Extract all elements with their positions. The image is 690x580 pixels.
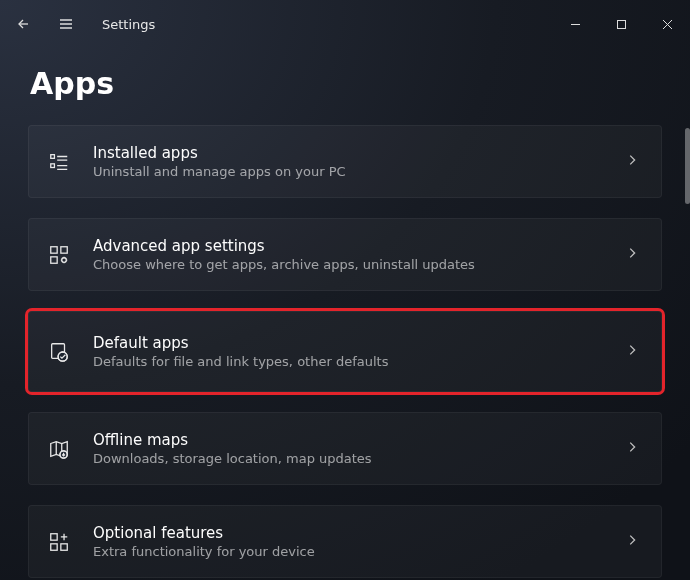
item-subtitle: Choose where to get apps, archive apps, …: [93, 257, 603, 272]
chevron-right-icon: [625, 439, 639, 458]
chevron-right-icon: [625, 532, 639, 551]
item-subtitle: Uninstall and manage apps on your PC: [93, 164, 603, 179]
titlebar: Settings: [0, 0, 690, 48]
back-icon[interactable]: [14, 14, 34, 34]
installed-apps-icon: [47, 150, 71, 174]
optional-features-icon: [47, 530, 71, 554]
chevron-right-icon: [625, 152, 639, 171]
svg-rect-13: [51, 543, 57, 549]
item-title: Offline maps: [93, 431, 603, 449]
svg-rect-3: [51, 246, 57, 252]
default-apps-icon: [47, 340, 71, 364]
svg-rect-12: [51, 533, 57, 539]
installed-apps-item[interactable]: Installed apps Uninstall and manage apps…: [28, 125, 662, 198]
scrollbar-thumb[interactable]: [685, 128, 690, 204]
item-title: Default apps: [93, 334, 603, 352]
chevron-right-icon: [625, 342, 639, 361]
svg-rect-1: [51, 154, 55, 158]
item-subtitle: Extra functionality for your device: [93, 544, 603, 559]
item-subtitle: Downloads, storage location, map updates: [93, 451, 603, 466]
chevron-right-icon: [625, 245, 639, 264]
default-apps-item[interactable]: Default apps Defaults for file and link …: [28, 311, 662, 392]
item-title: Optional features: [93, 524, 603, 542]
advanced-app-settings-item[interactable]: Advanced app settings Choose where to ge…: [28, 218, 662, 291]
maximize-button[interactable]: [598, 0, 644, 48]
item-title: Advanced app settings: [93, 237, 603, 255]
svg-rect-5: [51, 256, 57, 262]
item-title: Installed apps: [93, 144, 603, 162]
advanced-app-settings-icon: [47, 243, 71, 267]
optional-features-item[interactable]: Optional features Extra functionality fo…: [28, 505, 662, 578]
settings-list: Installed apps Uninstall and manage apps…: [0, 125, 690, 580]
item-subtitle: Defaults for file and link types, other …: [93, 354, 603, 369]
window-title: Settings: [102, 17, 155, 32]
offline-maps-item[interactable]: Offline maps Downloads, storage location…: [28, 412, 662, 485]
svg-rect-14: [61, 543, 67, 549]
close-button[interactable]: [644, 0, 690, 48]
svg-rect-2: [51, 163, 55, 167]
minimize-button[interactable]: [552, 0, 598, 48]
svg-rect-0: [617, 20, 625, 28]
page-title: Apps: [30, 66, 690, 101]
nav-menu-icon[interactable]: [56, 14, 76, 34]
svg-rect-4: [61, 246, 67, 252]
offline-maps-icon: [47, 437, 71, 461]
